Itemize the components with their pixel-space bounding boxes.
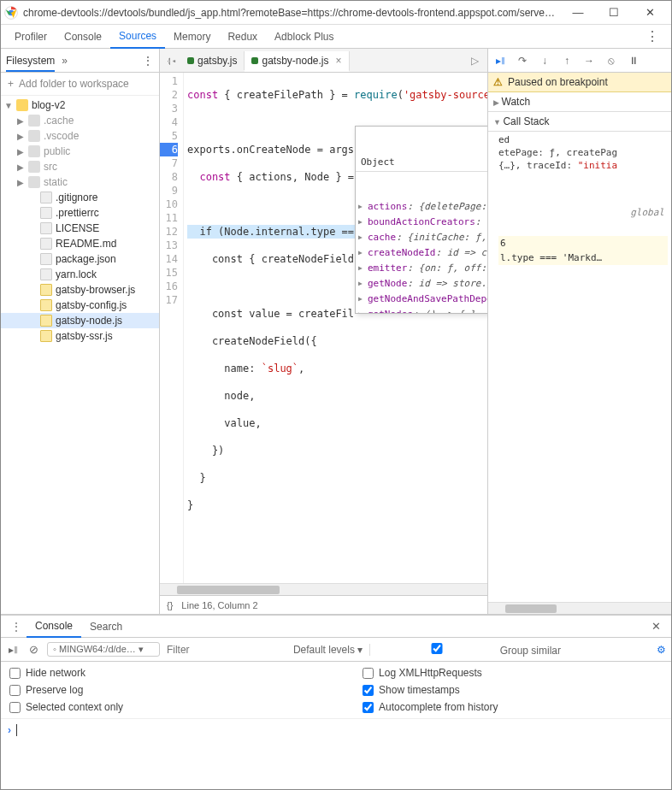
tooltip-property[interactable]: actions: {deletePage: ƒ, createPage: ƒ, bbox=[356, 199, 487, 215]
console-prompt[interactable]: › bbox=[1, 719, 671, 741]
pause-exceptions-button[interactable]: ⏸ bbox=[627, 55, 640, 67]
step-out-button[interactable]: ↑ bbox=[560, 55, 574, 67]
file-dot-icon bbox=[187, 57, 194, 64]
scrollbar-thumb[interactable] bbox=[505, 604, 557, 613]
text-cursor bbox=[16, 724, 17, 736]
scope-global-label: global bbox=[498, 206, 668, 219]
tree-folder[interactable]: .cache bbox=[1, 113, 159, 128]
step-button[interactable]: → bbox=[582, 55, 596, 67]
sidebar-more-icon[interactable]: ⋮ bbox=[142, 54, 154, 68]
main-area: Filesystem » ⋮ Add folder to workspace b… bbox=[1, 49, 671, 615]
braces-icon[interactable]: {} bbox=[167, 600, 173, 610]
step-over-button[interactable]: ↷ bbox=[516, 55, 529, 67]
editor-statusbar: {} Line 16, Column 2 bbox=[160, 595, 487, 614]
tab-memory[interactable]: Memory bbox=[165, 26, 219, 48]
console-sidebar-icon[interactable]: ▸⦀ bbox=[6, 644, 20, 656]
tree-folder[interactable]: src bbox=[1, 159, 159, 174]
preserve-log-checkbox[interactable]: Preserve log bbox=[9, 684, 123, 696]
more-menu-icon[interactable]: ⋮ bbox=[639, 25, 666, 48]
tab-redux[interactable]: Redux bbox=[219, 26, 266, 48]
tooltip-property[interactable]: getNodes: () => {…} bbox=[356, 307, 487, 314]
horizontal-scrollbar[interactable] bbox=[160, 583, 487, 595]
scrollbar-thumb[interactable] bbox=[177, 586, 280, 594]
file-icon bbox=[40, 268, 52, 280]
breakpoint-entry[interactable]: 6 bbox=[498, 236, 668, 251]
resume-button[interactable]: ▸⦀ bbox=[493, 55, 507, 67]
drawer-tab-search[interactable]: Search bbox=[81, 616, 131, 637]
watch-section[interactable]: Watch bbox=[488, 92, 671, 112]
tooltip-property[interactable]: getNode: id => store.getState().nodes[id bbox=[356, 276, 487, 292]
tree-folder[interactable]: static bbox=[1, 174, 159, 190]
prompt-icon: › bbox=[8, 724, 11, 736]
file-icon bbox=[40, 222, 52, 234]
tooltip-property[interactable]: getNodeAndSavePathDependency: (id, path) bbox=[356, 292, 487, 307]
callstack-section[interactable]: Call Stack bbox=[488, 112, 671, 132]
group-similar-checkbox[interactable]: Group similar bbox=[377, 643, 561, 657]
code-content[interactable]: const { createFilePath } = require('gats… bbox=[184, 73, 487, 583]
run-snippet-icon[interactable]: ▷ bbox=[466, 53, 484, 68]
code-editor[interactable]: 1234567891011121314151617 const { create… bbox=[160, 73, 487, 583]
file-icon bbox=[40, 238, 52, 250]
log-xhr-checkbox[interactable]: Log XMLHttpRequests bbox=[363, 667, 498, 679]
console-drawer: ⋮ Console Search ✕ ▸⦀ ⊘ ◦ MINGW64:/d/de…… bbox=[1, 615, 671, 789]
folder-icon bbox=[28, 145, 40, 157]
hide-network-checkbox[interactable]: Hide network bbox=[9, 667, 123, 679]
show-timestamps-checkbox[interactable]: Show timestamps bbox=[363, 684, 498, 696]
tree-file[interactable]: gatsby-config.js bbox=[1, 298, 159, 313]
tree-folder[interactable]: .vscode bbox=[1, 128, 159, 144]
editor-pane: ⦉◂ gatsby.js gatsby-node.js× ▷ 123456789… bbox=[160, 49, 488, 614]
tree-file[interactable]: README.md bbox=[1, 236, 159, 251]
tree-file[interactable]: gatsby-browser.js bbox=[1, 282, 159, 298]
drawer-close-icon[interactable]: ✕ bbox=[646, 620, 666, 633]
drawer-tab-console[interactable]: Console bbox=[27, 616, 81, 638]
tree-file[interactable]: yarn.lock bbox=[1, 267, 159, 282]
tooltip-property[interactable]: createNodeId: id => createNodeId(id, plu bbox=[356, 245, 487, 261]
maximize-button[interactable]: ☐ bbox=[596, 1, 632, 25]
context-selector[interactable]: ◦ MINGW64:/d/de… ▾ bbox=[47, 642, 160, 657]
autocomplete-checkbox[interactable]: Autocomplete from history bbox=[363, 701, 498, 713]
right-horizontal-scrollbar[interactable] bbox=[488, 602, 671, 614]
selected-context-checkbox[interactable]: Selected context only bbox=[9, 701, 123, 713]
clear-console-icon[interactable]: ⊘ bbox=[27, 643, 40, 656]
tree-file[interactable]: .prettierrc bbox=[1, 205, 159, 221]
paused-banner: ⚠ Paused on breakpoint bbox=[488, 73, 671, 92]
nav-back-icon[interactable]: ⦉◂ bbox=[163, 54, 180, 68]
close-button[interactable]: ✕ bbox=[632, 1, 668, 25]
sidebar: Filesystem » ⋮ Add folder to workspace b… bbox=[1, 49, 160, 614]
cursor-position: Line 16, Column 2 bbox=[181, 600, 257, 610]
sidebar-expand-icon[interactable]: » bbox=[62, 55, 68, 67]
close-tab-icon[interactable]: × bbox=[336, 55, 342, 67]
tab-adblock[interactable]: Adblock Plus bbox=[266, 26, 342, 48]
minimize-button[interactable]: — bbox=[560, 1, 596, 25]
editor-tab[interactable]: gatsby.js bbox=[180, 51, 245, 70]
tree-root[interactable]: blog-v2 bbox=[1, 97, 159, 113]
object-tooltip[interactable]: Object actions: {deletePage: ƒ, createPa… bbox=[355, 126, 487, 314]
drawer-more-icon[interactable]: ⋮ bbox=[6, 621, 27, 633]
tree-file[interactable]: .gitignore bbox=[1, 190, 159, 205]
tab-console[interactable]: Console bbox=[56, 26, 110, 48]
js-file-icon bbox=[40, 284, 52, 296]
tab-sources[interactable]: Sources bbox=[110, 25, 165, 49]
tree-file-selected[interactable]: gatsby-node.js bbox=[1, 313, 159, 328]
filesystem-tab[interactable]: Filesystem bbox=[6, 50, 55, 72]
levels-dropdown[interactable]: Default levels ▾ bbox=[293, 644, 370, 656]
filter-input[interactable] bbox=[167, 644, 286, 656]
settings-gear-icon[interactable]: ⚙ bbox=[657, 644, 666, 656]
breakpoint-entry[interactable]: l.type === 'Markd… bbox=[498, 251, 668, 265]
deactivate-breakpoints-button[interactable]: ⦸ bbox=[604, 55, 618, 67]
tooltip-property[interactable]: cache: {initCache: ƒ, get: ƒ, set: ƒ} bbox=[356, 230, 487, 245]
editor-tab-active[interactable]: gatsby-node.js× bbox=[245, 51, 349, 72]
tree-file[interactable]: package.json bbox=[1, 251, 159, 267]
tooltip-property[interactable]: emitter: {on: ƒ, off: ƒ, emit: ƒ} bbox=[356, 261, 487, 276]
tree-folder[interactable]: public bbox=[1, 144, 159, 159]
tooltip-property[interactable]: boundActionCreators: {deletePage: ƒ, cre bbox=[356, 215, 487, 230]
js-file-icon bbox=[40, 299, 52, 311]
console-settings: Hide network Preserve log Selected conte… bbox=[1, 662, 671, 719]
sidebar-header: Filesystem » ⋮ bbox=[1, 49, 159, 73]
add-folder-button[interactable]: Add folder to workspace bbox=[1, 73, 159, 96]
tab-profiler[interactable]: Profiler bbox=[6, 26, 56, 48]
tree-file[interactable]: gatsby-ssr.js bbox=[1, 328, 159, 344]
step-into-button[interactable]: ↓ bbox=[538, 55, 551, 67]
tree-file[interactable]: LICENSE bbox=[1, 221, 159, 236]
folder-icon bbox=[28, 130, 40, 142]
